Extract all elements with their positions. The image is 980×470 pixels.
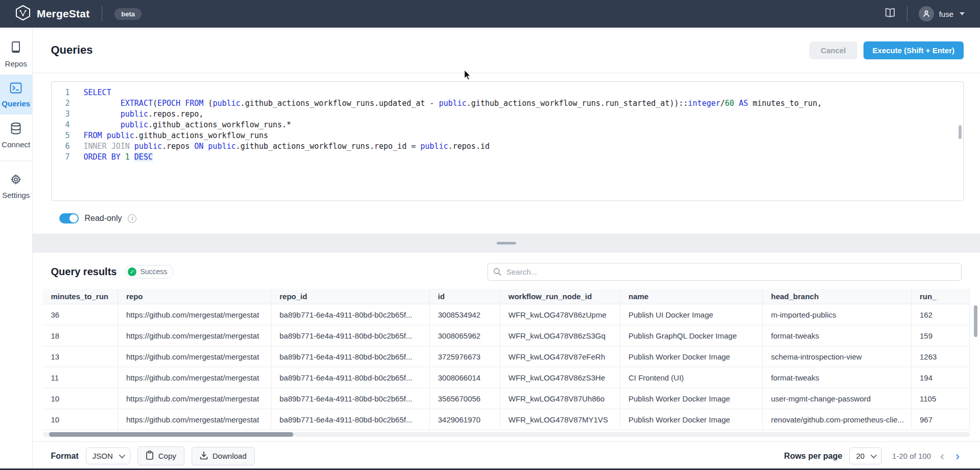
clipboard-icon [146,451,154,461]
table-cell: https://github.com/mergestat/mergestat [118,304,271,325]
copy-button[interactable]: Copy [137,446,184,465]
table-cell: Publish UI Docker Image [620,304,763,325]
code-token: EPOCH [157,99,180,108]
code-line[interactable]: FROM public.github_actions_workflow_runs [84,130,964,141]
table-cell: schema-introspection-view [763,346,912,367]
table-row[interactable]: 36https://github.com/mergestat/mergestat… [43,304,970,325]
horizontal-scrollbar-thumb[interactable] [49,432,293,437]
column-header[interactable]: run_ [912,289,970,304]
sidebar-item-repos[interactable]: Repos [0,34,32,75]
readonly-toggle[interactable] [59,213,79,223]
table-cell: Publish Worker Docker Image [620,346,763,367]
line-number: 6 [52,141,70,152]
success-check-icon: ✓ [128,267,136,276]
table-cell: WFR_kwLOG478V87MY1VS [500,409,620,430]
table-cell: 1263 [912,346,970,367]
search-input[interactable] [487,263,962,281]
table-cell: https://github.com/mergestat/mergestat [118,346,271,367]
code-token: public [421,142,448,151]
cancel-button[interactable]: Cancel [809,41,857,59]
database-icon [10,122,21,137]
code-line[interactable]: ORDER BY 1 DESC [84,152,964,163]
brand[interactable]: MergeStat [15,5,89,23]
code-token: DESC [134,152,153,162]
table-cell: https://github.com/mergestat/mergestat [118,388,271,409]
code-token: AS [739,99,748,108]
table-cell: 11 [43,367,118,388]
results-title: Query results [51,266,117,278]
table-cell: format-tweaks [763,367,912,388]
line-number-gutter: 1234567 [52,82,77,200]
navbar-divider [102,6,102,21]
table-row[interactable]: 18https://github.com/mergestat/mergestat… [43,325,970,346]
table-row[interactable]: 11https://github.com/mergestat/mergestat… [43,367,970,388]
table-cell: 3008066014 [430,367,500,388]
column-header[interactable]: repo_id [271,289,430,304]
editor-vertical-scrollbar[interactable] [959,125,962,139]
horizontal-scrollbar[interactable] [43,432,970,437]
table-vertical-scrollbar[interactable] [974,305,977,337]
code-line[interactable]: public.github_actions_workflow_runs.* [84,120,964,130]
format-select[interactable]: JSON [86,447,130,464]
previous-page-icon[interactable]: ‹ [938,450,946,462]
code-token: INNER JOIN [84,142,130,151]
sidebar-item-connect[interactable]: Connect [0,115,32,155]
table-cell: 159 [912,325,970,346]
code-line[interactable]: INNER JOIN public.repos ON public.github… [84,141,964,152]
code-line[interactable]: EXTRACT(EPOCH FROM (public.github_action… [84,98,964,109]
sidebar-label-queries: Queries [2,99,30,108]
table-cell: 967 [912,409,970,430]
avatar [919,6,934,21]
results-table-wrap: minutes_to_runreporepo_ididworkflow_run_… [43,289,970,431]
code-lines[interactable]: SELECT EXTRACT(EPOCH FROM (public.github… [77,82,964,200]
column-header[interactable]: workflow_run_node_id [500,289,620,304]
sidebar-item-settings[interactable]: Settings [0,166,32,206]
next-page-icon[interactable]: › [953,450,962,462]
code-token [84,120,121,129]
docs-book-icon[interactable] [884,8,896,20]
chevron-down-icon [871,452,877,459]
code-token: .github_actions_workflow_runs.repo_id = [236,142,421,151]
line-number: 4 [52,120,70,130]
readonly-label: Read-only [85,214,122,223]
rows-per-page-select[interactable]: 20 [849,447,882,464]
panel-resize-zone [33,234,980,253]
sidebar-divider [0,161,32,161]
table-cell: 18 [43,325,118,346]
execute-button[interactable]: Execute (Shift + Enter) [864,41,964,59]
query-editor-panel: Queries Cancel Execute (Shift + Enter) 1… [33,28,980,234]
sql-editor[interactable]: 1234567 SELECT EXTRACT(EPOCH FROM (publi… [51,81,964,201]
table-row[interactable]: 10https://github.com/mergestat/mergestat… [43,388,970,409]
table-row[interactable]: 13https://github.com/mergestat/mergestat… [43,346,970,367]
table-cell: 3008065962 [430,325,500,346]
code-token [102,131,107,140]
code-line[interactable]: SELECT [84,87,964,98]
table-cell: Publish GraphQL Docker Image [620,325,763,346]
user-menu[interactable]: fuse [919,6,965,21]
results-table: minutes_to_runreporepo_ididworkflow_run_… [43,289,970,431]
code-token: .repos.id [448,142,489,151]
table-row[interactable]: 10https://github.com/mergestat/mergestat… [43,409,970,430]
table-cell: 1105 [912,388,970,409]
chevron-down-icon [960,12,965,15]
column-header[interactable]: repo [118,289,271,304]
table-body: 36https://github.com/mergestat/mergestat… [43,304,970,430]
code-token: public [213,99,240,108]
code-token: SELECT [84,88,111,97]
column-header[interactable]: minutes_to_run [43,289,118,304]
column-header[interactable]: id [430,289,500,304]
sidebar-item-queries[interactable]: Queries [0,75,32,115]
code-line[interactable]: public.repos.repo, [84,109,964,120]
column-header[interactable]: name [620,289,763,304]
code-token: minutes_to_run, [748,99,822,108]
mergestat-logo-icon [15,5,31,23]
code-token: public [107,131,134,140]
table-cell: 162 [912,304,970,325]
column-header[interactable]: head_branch [763,289,912,304]
download-button[interactable]: Download [192,447,255,465]
code-token: FROM [84,131,102,140]
resize-handle[interactable] [497,242,516,244]
download-icon [200,451,208,461]
code-token [84,109,121,119]
page-title: Queries [51,43,93,57]
